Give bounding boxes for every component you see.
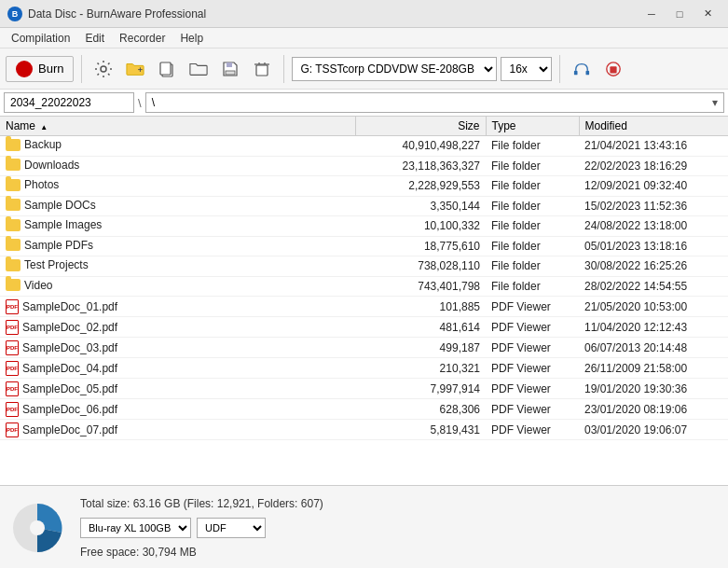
cell-modified: 15/02/2023 11:52:36 [579, 196, 728, 216]
status-total-size: Total size: 63.16 GB (Files: 12,921, Fol… [80, 497, 719, 510]
burn-button[interactable]: Burn [6, 56, 74, 82]
new-folder-button[interactable] [185, 55, 213, 83]
cell-modified: 30/08/2022 16:25:26 [579, 256, 728, 277]
folder-add-icon: + [126, 61, 144, 77]
pdf-icon-container: PDF SampleDoc_06.pdf [6, 402, 117, 417]
cell-size: 18,775,610 [355, 236, 486, 256]
file-list-container[interactable]: Name ▲ Size Type Modified Backup40,910,4… [0, 117, 728, 485]
cell-type: File folder [486, 276, 579, 297]
col-type[interactable]: Type [486, 117, 579, 136]
table-row[interactable]: PDF SampleDoc_02.pdf481,614PDF Viewer11/… [0, 317, 728, 338]
cell-size: 23,118,363,327 [355, 156, 486, 176]
cell-type: File folder [486, 156, 579, 176]
table-row[interactable]: Sample DOCs3,350,144File folder15/02/202… [0, 196, 728, 216]
cell-size: 5,819,431 [355, 420, 486, 440]
table-row[interactable]: PDF SampleDoc_05.pdf7,997,914PDF Viewer1… [0, 379, 728, 399]
pdf-icon-container: PDF SampleDoc_04.pdf [6, 361, 117, 376]
delete-button[interactable] [248, 55, 276, 83]
col-modified[interactable]: Modified [579, 117, 728, 136]
drive-select[interactable]: G: TSSTcorp CDDVDW SE-208GB [292, 57, 497, 81]
path-separator: \ [138, 96, 142, 110]
col-size[interactable]: Size [355, 117, 486, 136]
sort-arrow-name: ▲ [40, 123, 48, 132]
gear-icon [94, 60, 113, 78]
table-row[interactable]: PDF SampleDoc_04.pdf210,321PDF Viewer26/… [0, 358, 728, 379]
folder-icon-container: Sample PDFs [6, 239, 93, 252]
menu-help[interactable]: Help [172, 30, 211, 47]
table-row[interactable]: Sample Images10,100,332File folder24/08/… [0, 216, 728, 237]
folder-icon-container: Video [6, 279, 52, 292]
pdf-icon: PDF [6, 320, 19, 335]
cell-modified: 24/08/2022 13:18:00 [579, 216, 728, 237]
status-free-space: Free space: 30,794 MB [80, 546, 719, 559]
table-row[interactable]: Sample PDFs18,775,610File folder05/01/20… [0, 236, 728, 256]
menu-edit[interactable]: Edit [77, 30, 112, 47]
close-button[interactable]: ✕ [694, 5, 721, 23]
path-dropdown-arrow[interactable]: ▾ [712, 96, 718, 109]
cell-type: PDF Viewer [486, 338, 579, 358]
svg-rect-6 [256, 65, 268, 76]
speed-select[interactable]: 16x [501, 57, 552, 81]
pdf-icon-container: PDF SampleDoc_05.pdf [6, 381, 117, 396]
pdf-icon: PDF [6, 361, 19, 376]
disc-visual [9, 500, 65, 556]
table-row[interactable]: Video743,401,798File folder28/02/2022 14… [0, 276, 728, 297]
table-row[interactable]: PDF SampleDoc_03.pdf499,187PDF Viewer06/… [0, 338, 728, 358]
cell-size: 628,306 [355, 399, 486, 420]
pdf-icon: PDF [6, 423, 19, 437]
path-value: \ [152, 96, 155, 109]
cell-size: 40,910,498,227 [355, 136, 486, 157]
copy-button[interactable] [153, 55, 181, 83]
fs-type-select[interactable]: UDF ISO9660 [197, 518, 266, 538]
table-row[interactable]: PDF SampleDoc_06.pdf628,306PDF Viewer23/… [0, 399, 728, 420]
cell-type: PDF Viewer [486, 379, 579, 399]
folder-icon [6, 199, 21, 211]
app-icon: B [7, 7, 22, 21]
minimize-button[interactable]: ─ [639, 5, 665, 23]
save-button[interactable] [216, 55, 244, 83]
cell-size: 210,321 [355, 358, 486, 379]
main-content: Name ▲ Size Type Modified Backup40,910,4… [0, 117, 728, 485]
toolbar-separator-2 [283, 55, 284, 83]
title-bar-left: B Data Disc - BurnAware Professional [7, 7, 206, 21]
pdf-icon-container: PDF SampleDoc_02.pdf [6, 320, 117, 335]
cell-size: 7,997,914 [355, 379, 486, 399]
status-info: Total size: 63.16 GB (Files: 12,921, Fol… [80, 497, 719, 559]
folder-icon-container: Sample DOCs [6, 199, 96, 212]
folder-name-input[interactable] [4, 92, 134, 113]
cell-modified: 21/04/2021 13:43:16 [579, 136, 728, 157]
eject-button[interactable] [599, 55, 627, 83]
eject-icon [604, 61, 623, 77]
maximize-button[interactable]: □ [666, 5, 693, 23]
settings-button[interactable] [89, 55, 117, 83]
folder-icon [6, 179, 21, 191]
pdf-icon: PDF [6, 381, 19, 396]
cell-modified: 06/07/2013 20:14:48 [579, 338, 728, 358]
headphones-button[interactable] [568, 55, 596, 83]
menu-recorder[interactable]: Recorder [112, 30, 172, 47]
table-row[interactable]: PDF SampleDoc_01.pdf101,885PDF Viewer21/… [0, 297, 728, 317]
cell-name: Backup [0, 136, 355, 157]
svg-text:+: + [138, 64, 143, 74]
cell-name: Sample Images [0, 216, 355, 237]
disc-type-select[interactable]: Blu-ray XL 100GB DVD CD [80, 518, 191, 538]
path-display: \ ▾ [145, 92, 724, 113]
title-bar: B Data Disc - BurnAware Professional ─ □… [0, 0, 728, 28]
disc-chart [9, 500, 65, 556]
folder-icon [6, 279, 21, 291]
cell-name: PDF SampleDoc_05.pdf [0, 379, 355, 399]
cell-name: Sample PDFs [0, 236, 355, 256]
cell-name: Video [0, 276, 355, 297]
table-row[interactable]: Test Projects738,028,110File folder30/08… [0, 256, 728, 277]
table-row[interactable]: Downloads23,118,363,327File folder22/02/… [0, 156, 728, 176]
table-row[interactable]: Photos2,228,929,553File folder12/09/2021… [0, 176, 728, 197]
cell-size: 101,885 [355, 297, 486, 317]
add-folder-button[interactable]: + [121, 55, 149, 83]
col-name[interactable]: Name ▲ [0, 117, 355, 136]
cell-name: PDF SampleDoc_06.pdf [0, 399, 355, 420]
menu-bar: Compilation Edit Recorder Help [0, 28, 728, 48]
menu-compilation[interactable]: Compilation [4, 30, 77, 47]
table-row[interactable]: Backup40,910,498,227File folder21/04/202… [0, 136, 728, 157]
table-row[interactable]: PDF SampleDoc_07.pdf5,819,431PDF Viewer0… [0, 420, 728, 440]
status-bar: Total size: 63.16 GB (Files: 12,921, Fol… [0, 485, 728, 568]
